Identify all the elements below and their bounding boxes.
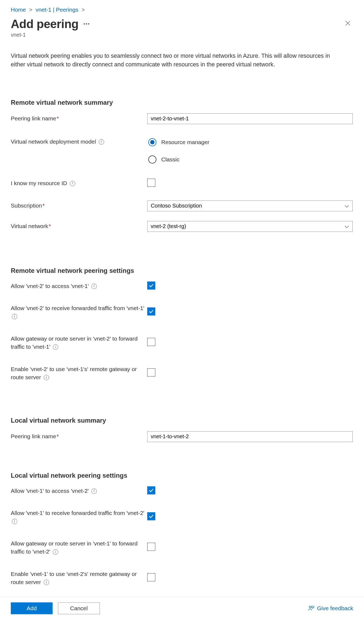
give-feedback-link[interactable]: Give feedback xyxy=(308,605,353,612)
svg-point-0 xyxy=(309,606,311,608)
section-local-settings-title: Local virtual network peering settings xyxy=(11,472,353,479)
info-icon[interactable]: i xyxy=(91,488,97,494)
intro-text: Virtual network peering enables you to s… xyxy=(11,52,345,69)
radio-resource-manager[interactable] xyxy=(148,138,156,146)
breadcrumb-home[interactable]: Home xyxy=(11,6,26,13)
info-icon[interactable]: i xyxy=(44,580,49,585)
close-icon[interactable] xyxy=(345,20,351,28)
virtual-network-label: Virtual network* xyxy=(11,221,147,230)
subscription-label: Subscription* xyxy=(11,201,147,210)
local-use-gateway-label: Enable 'vnet-1' to use 'vnet-2's' remote… xyxy=(11,569,147,586)
info-icon[interactable]: i xyxy=(53,549,58,555)
remote-use-gateway-checkbox[interactable] xyxy=(147,368,155,376)
section-local-summary-title: Local virtual network summary xyxy=(11,417,353,424)
info-icon[interactable]: i xyxy=(53,344,58,350)
section-remote-settings-title: Remote virtual network peering settings xyxy=(11,267,353,274)
info-icon[interactable]: i xyxy=(44,375,49,380)
page-title: Add peering xyxy=(11,17,78,31)
feedback-icon xyxy=(308,605,314,612)
remote-allow-access-checkbox[interactable] xyxy=(147,281,155,290)
section-remote-summary-title: Remote virtual network summary xyxy=(11,99,353,106)
local-allow-access-checkbox[interactable] xyxy=(147,486,155,494)
local-peering-link-name-label: Peering link name* xyxy=(11,431,147,440)
remote-allow-forwarded-label: Allow 'vnet-2' to receive forwarded traf… xyxy=(11,304,147,321)
radio-classic[interactable] xyxy=(148,155,156,164)
remote-peering-link-name-input[interactable] xyxy=(147,113,353,124)
remote-allow-gateway-checkbox[interactable] xyxy=(147,338,155,346)
local-allow-gateway-checkbox[interactable] xyxy=(147,543,155,551)
add-button[interactable]: Add xyxy=(11,602,53,614)
info-icon[interactable]: i xyxy=(99,139,104,145)
more-icon[interactable]: ••• xyxy=(83,21,90,27)
chevron-right-icon: > xyxy=(81,6,85,13)
footer-bar: Add Cancel Give feedback xyxy=(0,597,364,620)
radio-classic-label: Classic xyxy=(161,156,180,163)
virtual-network-select[interactable] xyxy=(147,221,353,232)
deployment-model-label: Virtual network deployment model i xyxy=(11,137,147,146)
info-icon[interactable]: i xyxy=(70,181,75,186)
local-peering-link-name-input[interactable] xyxy=(147,431,353,442)
remote-use-gateway-label: Enable 'vnet-2' to use 'vnet-1's' remote… xyxy=(11,365,147,382)
remote-allow-access-label: Allow 'vnet-2' to access 'vnet-1' i xyxy=(11,281,147,290)
breadcrumb: Home > vnet-1 | Peerings > xyxy=(11,4,353,13)
chevron-right-icon: > xyxy=(29,6,32,13)
cancel-button[interactable]: Cancel xyxy=(58,602,100,614)
resource-id-label: I know my resource ID i xyxy=(11,179,147,187)
breadcrumb-vnet-peerings[interactable]: vnet-1 | Peerings xyxy=(36,6,78,13)
local-use-gateway-checkbox[interactable] xyxy=(147,573,155,581)
subscription-select[interactable] xyxy=(147,201,353,211)
resource-id-checkbox[interactable] xyxy=(147,179,155,187)
info-icon[interactable]: i xyxy=(12,314,17,319)
local-allow-forwarded-checkbox[interactable] xyxy=(147,512,155,520)
remote-allow-gateway-label: Allow gateway or route server in 'vnet-2… xyxy=(11,334,147,351)
page-subtitle: vnet-1 xyxy=(11,32,353,38)
info-icon[interactable]: i xyxy=(91,284,97,289)
local-allow-forwarded-label: Allow 'vnet-1' to receive forwarded traf… xyxy=(11,508,147,525)
local-allow-access-label: Allow 'vnet-1' to access 'vnet-2' i xyxy=(11,486,147,495)
radio-resource-manager-label: Resource manager xyxy=(161,139,210,145)
local-allow-gateway-label: Allow gateway or route server in 'vnet-1… xyxy=(11,539,147,556)
remote-allow-forwarded-checkbox[interactable] xyxy=(147,307,155,315)
peering-link-name-label: Peering link name* xyxy=(11,113,147,123)
info-icon[interactable]: i xyxy=(12,519,17,524)
